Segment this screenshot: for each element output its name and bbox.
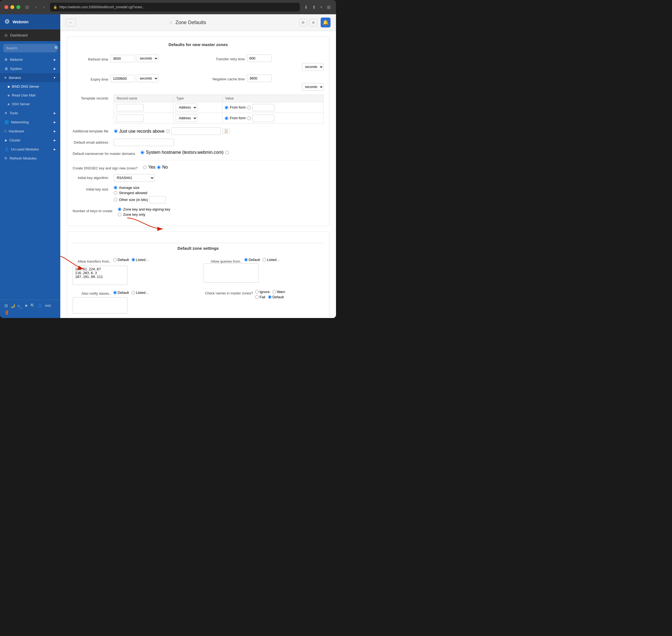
template-file-input[interactable] [171, 127, 221, 135]
queries-listed-radio[interactable] [263, 258, 266, 261]
negative-cache-unit-select[interactable]: seconds minutes [302, 83, 324, 91]
value-input-2[interactable] [252, 115, 274, 122]
queries-textarea[interactable] [204, 263, 259, 283]
dnssec-section: Create DNSSEC key and sign new zones? Ye… [73, 160, 324, 217]
footer-icon-moon[interactable]: 🌙 [10, 303, 15, 308]
new-tab-btn[interactable]: + [319, 4, 324, 11]
sidebar-toggle-btn[interactable]: ⊟ [24, 4, 30, 11]
sidebar-item-bind-dns[interactable]: BIND DNS Server [0, 82, 60, 91]
refresh-time-unit-select[interactable]: seconds minutes hours [137, 55, 158, 62]
footer-logout-icon[interactable]: 🚪 [4, 310, 9, 315]
zone-only-radio[interactable] [118, 213, 121, 216]
dashboard-tab[interactable]: ◷ Dashboard [0, 29, 60, 41]
search-input[interactable] [6, 46, 52, 50]
default-email-input[interactable] [114, 139, 174, 146]
custom-ns-radio[interactable] [225, 151, 229, 154]
sidebar-item-read-user-mail[interactable]: Read User Mail [0, 91, 60, 100]
key-size-other-radio[interactable] [114, 198, 117, 201]
additional-template-group: Just use records above 📋 [114, 127, 324, 135]
sidebar-item-networking[interactable]: 🌐 Networking ▶ [0, 118, 60, 127]
expiry-time-input[interactable] [110, 75, 135, 82]
grid-btn[interactable]: ⊞ [326, 4, 332, 11]
footer-icon-sidebar[interactable]: ⊟ [4, 303, 8, 308]
master-fail-label[interactable]: Fail [255, 295, 265, 299]
refresh-page-btn[interactable]: ⟳ [299, 19, 307, 26]
chevron-right-icon: ▶ [54, 148, 56, 151]
search-bar[interactable]: 🔍 [3, 44, 57, 52]
sidebar-item-system[interactable]: 🖥 System ▶ [0, 64, 60, 73]
footer-icon-user[interactable]: 👤 [38, 303, 43, 308]
footer-icon-search[interactable]: 🔍 [30, 303, 35, 308]
value-input-1[interactable] [252, 104, 274, 111]
notification-bell[interactable]: 🔔 [321, 18, 330, 27]
sidebar-item-cluster[interactable]: ◈ Cluster ▶ [0, 136, 60, 145]
favorite-star-icon[interactable]: ☆ [169, 19, 173, 25]
transfers-textarea[interactable]: 108.61.224.67 116.203.6.3 107.191.99.111 [73, 266, 127, 285]
just-use-records-radio[interactable] [114, 130, 118, 133]
expiry-time-unit-select[interactable]: seconds minutes [137, 75, 158, 82]
address-bar[interactable]: 🔒 https://webmin.com:10000/bind8/conf_zo… [50, 3, 300, 12]
record-name-input-2[interactable] [116, 115, 144, 122]
queries-default-label[interactable]: Default [244, 258, 260, 262]
custom-template-radio[interactable] [166, 130, 170, 133]
notify-default-radio[interactable] [113, 291, 117, 294]
master-warn-radio[interactable] [272, 290, 276, 294]
custom-radio-1[interactable] [247, 106, 251, 110]
notify-listed-radio[interactable] [131, 291, 135, 294]
type-select-2[interactable]: Address MX [176, 114, 197, 122]
dnssec-no-radio[interactable] [157, 165, 161, 169]
refresh-time-input[interactable] [110, 55, 135, 62]
master-default-label[interactable]: Default [268, 295, 284, 299]
share-btn[interactable]: ⬆ [311, 4, 317, 11]
sidebar-item-ssh-server[interactable]: SSH Server [0, 100, 60, 108]
transfers-default-radio[interactable] [113, 258, 117, 261]
master-fail-radio[interactable] [255, 295, 259, 299]
browser-forward-btn[interactable]: › [42, 4, 46, 11]
record-name-input-1[interactable] [116, 104, 144, 111]
type-select-1[interactable]: Address MX CNAME [176, 104, 197, 111]
sidebar-item-hardware[interactable]: □ Hardware ▶ [0, 127, 60, 136]
notify-listed-label[interactable]: Listed .. [131, 291, 148, 295]
transfer-retry-input[interactable] [247, 55, 271, 62]
custom-radio-2[interactable] [247, 117, 251, 120]
download-btn[interactable]: ⬇ [303, 4, 309, 11]
also-notify-textarea[interactable] [73, 297, 127, 314]
sidebar-item-refresh-modules[interactable]: ↻ Refresh Modules [0, 154, 60, 163]
master-ignore-label[interactable]: Ignore [255, 290, 270, 294]
sidebar-item-tools[interactable]: ✕ Tools ▶ [0, 108, 60, 118]
footer-icon-terminal[interactable]: >_ [18, 303, 22, 308]
minimize-traffic-light[interactable] [11, 5, 14, 9]
transfers-listed-radio[interactable] [131, 258, 135, 261]
sidebar-item-webmin[interactable]: ⚙ Webmin ▶ [0, 55, 60, 64]
queries-default-radio[interactable] [244, 258, 248, 261]
close-page-btn[interactable]: ✕ [309, 19, 318, 26]
from-form-radio-1[interactable] [225, 106, 228, 110]
browser-back-btn[interactable]: ‹ [34, 4, 38, 11]
negative-cache-input[interactable] [247, 75, 271, 82]
dnssec-yes-radio[interactable] [143, 165, 147, 169]
footer-icon-star[interactable]: ★ [24, 303, 28, 308]
master-ignore-radio[interactable] [255, 290, 259, 294]
maximize-traffic-light[interactable] [17, 5, 20, 9]
key-algo-select[interactable]: RSASHA1 RSASHA256 ECDSAP256SHA256 [114, 174, 155, 182]
back-button[interactable]: ← [66, 19, 76, 26]
queries-listed-label[interactable]: Listed .. [263, 258, 280, 262]
key-size-strongest-radio[interactable] [114, 191, 117, 195]
master-default-radio[interactable] [268, 295, 271, 299]
transfers-listed-label[interactable]: Listed .. [131, 258, 148, 262]
key-size-bits-input[interactable] [149, 196, 166, 203]
transfer-retry-unit-select[interactable]: seconds minutes [302, 63, 324, 71]
system-hostname-radio[interactable] [141, 151, 144, 154]
zone-and-signing-radio[interactable] [118, 207, 121, 211]
sidebar-header: ⚙ Webmin [0, 14, 60, 29]
close-traffic-light[interactable] [4, 5, 8, 9]
sidebar-item-unused-modules[interactable]: 👤 Un-used Modules ▶ [0, 145, 60, 154]
key-size-average-radio[interactable] [114, 186, 117, 190]
transfers-default-label[interactable]: Default [113, 258, 129, 262]
sidebar-item-servers[interactable]: ≡ Servers ▼ [0, 73, 60, 82]
notify-default-label[interactable]: Default [113, 291, 129, 295]
from-form-radio-2[interactable] [225, 117, 228, 120]
copy-template-btn[interactable]: 📋 [222, 128, 230, 134]
hardware-icon: □ [4, 129, 6, 133]
master-warn-label[interactable]: Warn [272, 290, 285, 294]
